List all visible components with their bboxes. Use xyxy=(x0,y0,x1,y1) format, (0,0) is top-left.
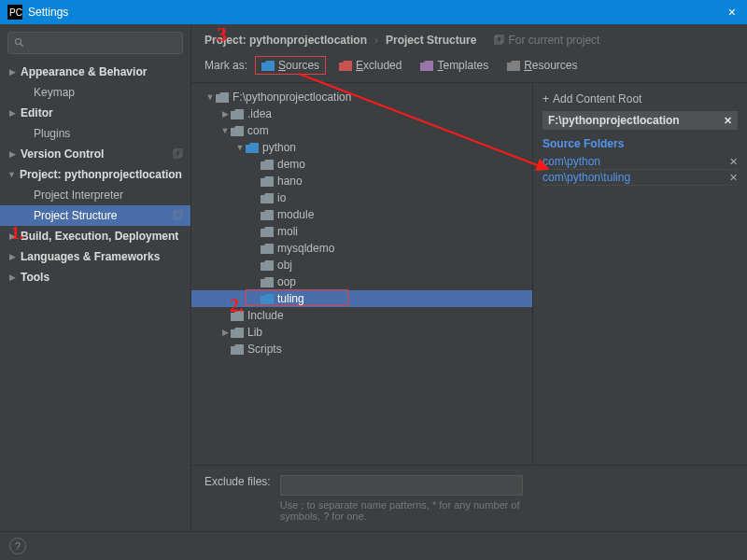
mark-excluded-button[interactable]: Excluded xyxy=(333,57,407,74)
folder-python[interactable]: python xyxy=(191,139,532,156)
copy-icon xyxy=(493,35,504,46)
titlebar: PC Settings × xyxy=(0,0,747,24)
help-button[interactable]: ? xyxy=(9,538,26,554)
svg-text:PC: PC xyxy=(9,7,22,18)
folder-icon xyxy=(261,277,274,287)
app-icon: PC xyxy=(7,5,22,20)
sidebar-item-project-structure[interactable]: Project Structure xyxy=(0,205,190,226)
folder-icon xyxy=(261,244,274,254)
chevron-right-icon xyxy=(219,328,231,337)
breadcrumb-b: Project Structure xyxy=(386,34,476,47)
folder-icon xyxy=(231,126,244,136)
remove-root-icon[interactable]: ✕ xyxy=(724,115,732,127)
close-button[interactable]: × xyxy=(725,5,740,20)
exclude-label: Exclude files: xyxy=(204,475,271,488)
breadcrumb-a[interactable]: Project: pythonprojectlocation xyxy=(204,34,367,47)
folder-icon xyxy=(261,210,274,220)
chevron-right-icon xyxy=(7,149,17,159)
chevron-right-icon xyxy=(7,252,17,261)
copy-icon xyxy=(172,210,183,221)
folder-tuling[interactable]: tuling xyxy=(191,290,532,307)
folder-icon xyxy=(231,311,244,321)
folder-demo[interactable]: demo xyxy=(191,156,532,173)
folder-Lib[interactable]: Lib xyxy=(191,324,532,341)
folder-obj[interactable]: obj xyxy=(191,257,532,273)
folder-Scripts[interactable]: Scripts xyxy=(191,341,532,357)
remove-source-icon[interactable]: ✕ xyxy=(729,156,738,168)
svg-rect-9 xyxy=(176,210,182,217)
chevron-right-icon xyxy=(7,67,17,77)
folder-icon xyxy=(261,294,274,304)
sidebar-item-tools[interactable]: Tools xyxy=(0,267,190,287)
svg-rect-10 xyxy=(495,36,501,44)
folder-icon xyxy=(231,344,244,355)
folder-icon xyxy=(216,92,229,103)
sidebar-item-keymap[interactable]: Keymap xyxy=(0,82,190,103)
folder-module[interactable]: module xyxy=(191,206,532,223)
chevron-down-icon xyxy=(204,92,216,102)
folder-icon xyxy=(261,176,274,187)
folder-icon xyxy=(261,160,274,170)
main-panel: Project: pythonprojectlocation › Project… xyxy=(191,24,747,531)
folder-icon xyxy=(261,61,275,71)
mark-templates-button[interactable]: Templates xyxy=(415,57,494,74)
mark-sources-button[interactable]: Sources xyxy=(255,56,326,75)
folder-icon xyxy=(339,61,352,71)
sidebar-item-build-execution-deployment[interactable]: Build, Execution, Deployment xyxy=(0,226,190,246)
settings-tree: Appearance & BehaviorKeymapEditorPlugins… xyxy=(0,62,190,531)
chevron-down-icon xyxy=(7,170,16,179)
sidebar-item-project-interpreter[interactable]: Project Interpreter xyxy=(0,185,190,205)
sidebar-item-project-pythonprojectlocation[interactable]: Project: pythonprojectlocation xyxy=(0,164,190,185)
folder-icon xyxy=(261,227,274,237)
mark-resources-button[interactable]: Resources xyxy=(501,57,583,74)
copy-icon xyxy=(182,169,183,180)
folder-tree: F:\pythonprojectlocation.ideacompythonde… xyxy=(191,83,532,465)
chevron-down-icon xyxy=(234,143,246,152)
search-box[interactable] xyxy=(7,32,183,54)
chevron-right-icon xyxy=(219,109,231,119)
chevron-right-icon xyxy=(7,108,17,118)
folder-icon xyxy=(261,260,274,271)
add-content-root[interactable]: + Add Content Root xyxy=(543,91,738,111)
content-root-row[interactable]: F:\pythonprojectlocation ✕ xyxy=(543,111,738,130)
settings-sidebar: Appearance & BehaviorKeymapEditorPlugins… xyxy=(0,24,191,531)
breadcrumb-sep: › xyxy=(374,34,378,47)
folder-oop[interactable]: oop xyxy=(191,273,532,290)
search-input[interactable] xyxy=(29,37,176,49)
chevron-right-icon xyxy=(7,273,17,282)
folder-icon xyxy=(507,61,520,71)
breadcrumb: Project: pythonprojectlocation › Project… xyxy=(191,24,747,50)
exclude-input[interactable] xyxy=(280,475,523,496)
svg-rect-8 xyxy=(174,212,180,219)
folder-mysqldemo[interactable]: mysqldemo xyxy=(191,240,532,257)
chevron-right-icon xyxy=(7,231,17,241)
source-folder-row[interactable]: com\python✕ xyxy=(543,154,738,170)
sidebar-item-languages-frameworks[interactable]: Languages & Frameworks xyxy=(0,246,190,267)
remove-source-icon[interactable]: ✕ xyxy=(729,172,738,184)
folder--idea[interactable]: .idea xyxy=(191,105,532,122)
content-roots-panel: + Add Content Root F:\pythonprojectlocat… xyxy=(532,83,747,465)
source-folders-title: Source Folders xyxy=(543,137,738,150)
folder-Include[interactable]: Include xyxy=(191,307,532,324)
sidebar-item-version-control[interactable]: Version Control xyxy=(0,144,190,164)
mark-as-label: Mark as: xyxy=(204,59,247,72)
sidebar-item-plugins[interactable]: Plugins xyxy=(0,123,190,144)
svg-point-2 xyxy=(16,39,21,45)
folder-com[interactable]: com xyxy=(191,122,532,139)
folder-F--pythonprojectlocation[interactable]: F:\pythonprojectlocation xyxy=(191,89,532,105)
folder-hano[interactable]: hano xyxy=(191,173,532,189)
folder-io[interactable]: io xyxy=(191,189,532,206)
svg-rect-5 xyxy=(176,148,182,156)
exclude-files-row: Exclude files: Use ; to separate name pa… xyxy=(191,465,747,531)
folder-icon xyxy=(261,193,274,203)
exclude-hint: Use ; to separate name patterns, * for a… xyxy=(280,499,523,522)
svg-rect-11 xyxy=(497,35,503,42)
source-folder-row[interactable]: com\python\tuling✕ xyxy=(543,170,738,186)
svg-rect-4 xyxy=(174,150,180,158)
search-icon xyxy=(14,37,25,49)
copy-icon xyxy=(172,148,183,160)
sidebar-item-editor[interactable]: Editor xyxy=(0,103,190,123)
folder-icon xyxy=(231,109,244,119)
folder-moli[interactable]: moli xyxy=(191,223,532,240)
sidebar-item-appearance-behavior[interactable]: Appearance & Behavior xyxy=(0,62,190,82)
